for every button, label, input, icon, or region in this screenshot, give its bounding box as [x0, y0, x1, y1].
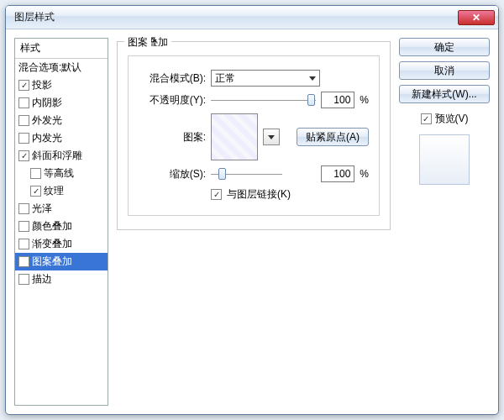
link-label: 与图层链接(K) — [227, 187, 291, 202]
link-checkbox[interactable] — [211, 189, 222, 200]
titlebar[interactable]: 图层样式 ✕ — [6, 6, 498, 29]
style-item[interactable]: 外发光 — [15, 112, 108, 129]
opacity-slider[interactable] — [211, 93, 316, 107]
pattern-group-title: 图案 — [124, 35, 151, 50]
style-label: 颜色叠加 — [32, 219, 72, 234]
blend-mode-value: 正常 — [215, 71, 235, 86]
style-label: 纹理 — [44, 184, 64, 198]
style-checkbox[interactable] — [18, 97, 29, 108]
style-item[interactable]: 投影 — [15, 76, 108, 94]
scale-label: 缩放(S): — [139, 167, 206, 181]
new-style-button[interactable]: 新建样式(W)... — [399, 85, 490, 103]
style-item[interactable]: 内发光 — [15, 129, 108, 147]
style-label: 内阴影 — [32, 96, 62, 110]
style-checkbox[interactable] — [18, 221, 29, 232]
style-checkbox[interactable] — [18, 133, 29, 144]
style-checkbox[interactable] — [18, 115, 29, 126]
style-label: 投影 — [32, 78, 52, 92]
opacity-label: 不透明度(Y): — [139, 93, 206, 108]
style-checkbox[interactable] — [30, 168, 41, 179]
style-checkbox[interactable] — [18, 80, 29, 91]
pattern-group: 图案 混合模式(B): 正常 不透明度(Y): — [128, 55, 380, 216]
style-item[interactable]: 等高线 — [15, 165, 108, 182]
style-label: 斜面和浮雕 — [32, 149, 82, 163]
blend-options-row[interactable]: 混合选项:默认 — [15, 59, 108, 76]
style-label: 图案叠加 — [32, 255, 72, 269]
snap-origin-button[interactable]: 贴紧原点(A) — [297, 128, 369, 146]
chevron-down-icon — [268, 135, 275, 139]
style-item[interactable]: 渐变叠加 — [15, 235, 108, 253]
snap-origin-label: 贴紧原点(A) — [306, 130, 360, 144]
opacity-thumb[interactable] — [307, 94, 315, 106]
style-checkbox[interactable] — [18, 203, 29, 214]
style-checkbox[interactable] — [18, 239, 29, 249]
style-label: 光泽 — [32, 202, 52, 216]
layer-style-dialog: 图层样式 ✕ 样式 混合选项:默认 投影内阴影外发光内发光斜面和浮雕等高线纹理光… — [5, 5, 499, 415]
pattern-swatch[interactable] — [211, 113, 258, 160]
style-item[interactable]: 图案叠加 — [15, 253, 108, 270]
style-label: 外发光 — [32, 113, 62, 128]
cancel-button[interactable]: 取消 — [399, 61, 490, 80]
scale-thumb[interactable] — [218, 168, 226, 180]
style-item[interactable]: 光泽 — [15, 200, 108, 218]
style-checkbox[interactable] — [30, 186, 41, 197]
style-checkbox[interactable] — [18, 256, 29, 267]
preview-label: 预览(V) — [435, 112, 469, 126]
opacity-percent: % — [360, 94, 369, 106]
style-item[interactable]: 颜色叠加 — [15, 218, 108, 235]
preview-swatch — [419, 134, 470, 185]
style-item[interactable]: 描边 — [15, 270, 108, 288]
style-label: 等高线 — [44, 166, 74, 181]
window-title: 图层样式 — [14, 10, 458, 24]
pattern-label: 图案: — [139, 130, 206, 144]
ok-button[interactable]: 确定 — [399, 38, 490, 56]
opacity-input[interactable] — [321, 92, 354, 108]
pattern-picker-button[interactable] — [263, 129, 280, 145]
style-item[interactable]: 纹理 — [15, 182, 108, 200]
blend-options-label: 混合选项:默认 — [18, 60, 81, 75]
close-button[interactable]: ✕ — [458, 10, 495, 25]
close-icon: ✕ — [472, 12, 480, 24]
style-item[interactable]: 斜面和浮雕 — [15, 147, 108, 165]
style-label: 渐变叠加 — [32, 237, 72, 251]
styles-list: 样式 混合选项:默认 投影内阴影外发光内发光斜面和浮雕等高线纹理光泽颜色叠加渐变… — [14, 38, 108, 406]
chevron-down-icon — [309, 76, 316, 81]
pattern-overlay-fieldset: 图案叠加 图案 混合模式(B): 正常 不透明度(Y): — [117, 41, 391, 230]
style-label: 内发光 — [32, 131, 62, 145]
blend-mode-select[interactable]: 正常 — [211, 70, 320, 87]
style-label: 描边 — [32, 272, 52, 286]
scale-slider[interactable] — [211, 167, 282, 181]
preview-checkbox[interactable] — [421, 113, 432, 124]
style-checkbox[interactable] — [18, 274, 29, 285]
style-item[interactable]: 内阴影 — [15, 94, 108, 112]
scale-input[interactable] — [321, 165, 354, 182]
scale-percent: % — [360, 168, 369, 180]
styles-header: 样式 — [15, 39, 108, 59]
style-checkbox[interactable] — [18, 150, 29, 161]
blend-mode-label: 混合模式(B): — [139, 71, 206, 86]
